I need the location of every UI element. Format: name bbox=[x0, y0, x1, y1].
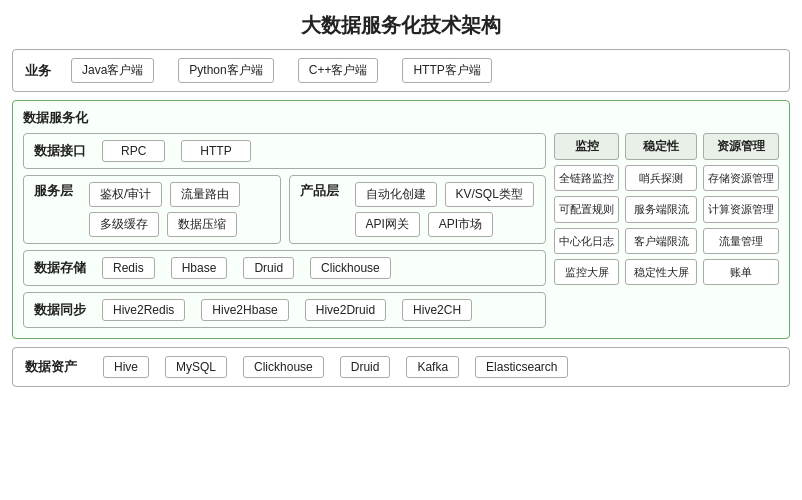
resource-item-1: 计算资源管理 bbox=[703, 196, 779, 222]
monitor-item-1: 可配置规则 bbox=[554, 196, 619, 222]
client-python: Python客户端 bbox=[178, 58, 273, 83]
resource-item-2: 流量管理 bbox=[703, 228, 779, 254]
resource-header: 资源管理 bbox=[703, 133, 779, 160]
stability-header: 稳定性 bbox=[625, 133, 697, 160]
asset-kafka: Kafka bbox=[406, 356, 459, 378]
asset-clickhouse: Clickhouse bbox=[243, 356, 324, 378]
product-group: 自动化创建 KV/SQL类型 API网关 API市场 bbox=[355, 182, 534, 237]
sync-hive2redis: Hive2Redis bbox=[102, 299, 185, 321]
resource-col: 资源管理 存储资源管理 计算资源管理 流量管理 账单 bbox=[703, 133, 779, 328]
service-cache: 多级缓存 bbox=[89, 212, 159, 237]
monitor-col: 监控 全链路监控 可配置规则 中心化日志 监控大屏 bbox=[554, 133, 619, 328]
asset-druid: Druid bbox=[340, 356, 391, 378]
page-title: 大数据服务化技术架构 bbox=[0, 0, 802, 49]
product-apimarket: API市场 bbox=[428, 212, 493, 237]
monitor-header: 监控 bbox=[554, 133, 619, 160]
monitor-item-0: 全链路监控 bbox=[554, 165, 619, 191]
data-service-section: 数据服务化 数据接口 RPC HTTP 服务层 bbox=[12, 100, 790, 339]
service-layer-section: 服务层 鉴权/审计 流量路由 多级缓存 数据压缩 bbox=[23, 175, 281, 244]
client-cpp: C++客户端 bbox=[298, 58, 379, 83]
storage-clickhouse: Clickhouse bbox=[310, 257, 391, 279]
clients-row: Java客户端 Python客户端 C++客户端 HTTP客户端 bbox=[71, 58, 777, 83]
stability-item-1: 服务端限流 bbox=[625, 196, 697, 222]
product-kvsql: KV/SQL类型 bbox=[445, 182, 534, 207]
service-label: 服务层 bbox=[34, 182, 73, 200]
sync-row: 数据同步 Hive2Redis Hive2Hbase Hive2Druid Hi… bbox=[23, 292, 546, 328]
resource-item-0: 存储资源管理 bbox=[703, 165, 779, 191]
stability-item-0: 哨兵探测 bbox=[625, 165, 697, 191]
client-java: Java客户端 bbox=[71, 58, 154, 83]
service-routing: 流量路由 bbox=[170, 182, 240, 207]
storage-row: 数据存储 Redis Hbase Druid Clickhouse bbox=[23, 250, 546, 286]
storage-druid: Druid bbox=[243, 257, 294, 279]
asset-elasticsearch: Elasticsearch bbox=[475, 356, 568, 378]
client-http: HTTP客户端 bbox=[402, 58, 491, 83]
sync-label: 数据同步 bbox=[34, 301, 86, 319]
sync-items: Hive2Redis Hive2Hbase Hive2Druid Hive2CH bbox=[102, 299, 472, 321]
service-audit: 鉴权/审计 bbox=[89, 182, 162, 207]
storage-hbase: Hbase bbox=[171, 257, 228, 279]
stability-item-3: 稳定性大屏 bbox=[625, 259, 697, 285]
interface-http: HTTP bbox=[181, 140, 250, 162]
data-service-left: 数据接口 RPC HTTP 服务层 鉴权/审计 流量路由 bbox=[23, 133, 546, 328]
data-service-label: 数据服务化 bbox=[23, 109, 779, 127]
sync-hive2druid: Hive2Druid bbox=[305, 299, 386, 321]
product-label: 产品层 bbox=[300, 182, 339, 200]
interface-items: RPC HTTP bbox=[102, 140, 251, 162]
resource-item-3: 账单 bbox=[703, 259, 779, 285]
service-row-1: 鉴权/审计 流量路由 bbox=[89, 182, 240, 207]
storage-items: Redis Hbase Druid Clickhouse bbox=[102, 257, 391, 279]
storage-redis: Redis bbox=[102, 257, 155, 279]
assets-items: Hive MySQL Clickhouse Druid Kafka Elasti… bbox=[103, 356, 568, 378]
interface-label: 数据接口 bbox=[34, 142, 86, 160]
stability-col: 稳定性 哨兵探测 服务端限流 客户端限流 稳定性大屏 bbox=[625, 133, 697, 328]
service-group: 鉴权/审计 流量路由 多级缓存 数据压缩 bbox=[89, 182, 240, 237]
assets-label: 数据资产 bbox=[25, 358, 77, 376]
sync-hive2ch: Hive2CH bbox=[402, 299, 472, 321]
service-row-2: 多级缓存 数据压缩 bbox=[89, 212, 240, 237]
interface-rpc: RPC bbox=[102, 140, 165, 162]
business-section: 业务 Java客户端 Python客户端 C++客户端 HTTP客户端 bbox=[12, 49, 790, 92]
sync-hive2hbase: Hive2Hbase bbox=[201, 299, 288, 321]
service-compress: 数据压缩 bbox=[167, 212, 237, 237]
product-apigateway: API网关 bbox=[355, 212, 420, 237]
data-service-inner: 数据接口 RPC HTTP 服务层 鉴权/审计 流量路由 bbox=[23, 133, 779, 328]
asset-mysql: MySQL bbox=[165, 356, 227, 378]
product-row-1: 自动化创建 KV/SQL类型 bbox=[355, 182, 534, 207]
data-interface-row: 数据接口 RPC HTTP bbox=[23, 133, 546, 169]
asset-hive: Hive bbox=[103, 356, 149, 378]
data-service-right: 监控 全链路监控 可配置规则 中心化日志 监控大屏 稳定性 哨兵探测 服务端限流… bbox=[554, 133, 779, 328]
monitor-item-2: 中心化日志 bbox=[554, 228, 619, 254]
product-autocreate: 自动化创建 bbox=[355, 182, 437, 207]
product-layer-section: 产品层 自动化创建 KV/SQL类型 API网关 API市场 bbox=[289, 175, 547, 244]
data-assets-section: 数据资产 Hive MySQL Clickhouse Druid Kafka E… bbox=[12, 347, 790, 387]
service-product-row: 服务层 鉴权/审计 流量路由 多级缓存 数据压缩 bbox=[23, 175, 546, 244]
business-label: 业务 bbox=[25, 62, 51, 80]
storage-label: 数据存储 bbox=[34, 259, 86, 277]
stability-item-2: 客户端限流 bbox=[625, 228, 697, 254]
product-row-2: API网关 API市场 bbox=[355, 212, 534, 237]
monitor-item-3: 监控大屏 bbox=[554, 259, 619, 285]
